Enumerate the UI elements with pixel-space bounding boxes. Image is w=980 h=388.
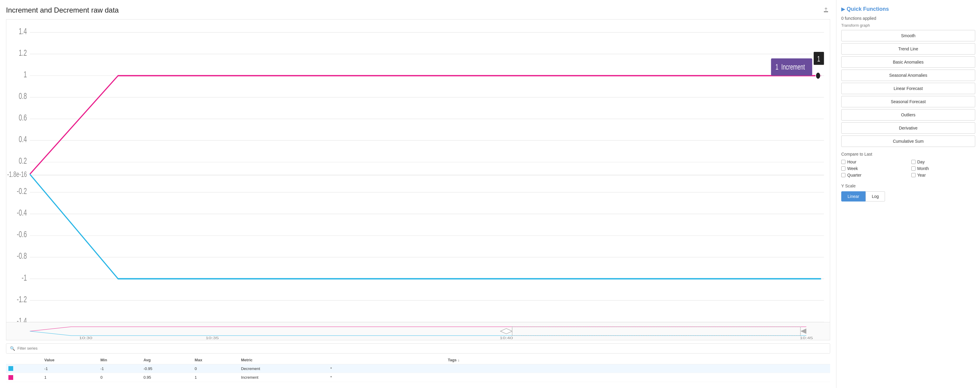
quarter-checkbox[interactable]: [841, 173, 845, 177]
cell-tags: *: [328, 364, 830, 373]
svg-text:-1.8e-16: -1.8e-16: [7, 170, 27, 179]
svg-text:-0.6: -0.6: [17, 230, 27, 239]
sidebar: ▶ Quick Functions 0 functions applied Tr…: [836, 0, 980, 388]
linear-forecast-button[interactable]: Linear Forecast: [841, 83, 975, 94]
chart-svg: 1.4 1.2 1 0.8 0.6 0.4 0.2 -1.8e-16 -0.2 …: [6, 19, 830, 322]
svg-marker-46: [800, 329, 807, 334]
y-scale-section: Y Scale Linear Log: [841, 184, 975, 201]
col-header-max: Max: [192, 356, 239, 364]
search-input[interactable]: [18, 346, 77, 351]
cell-max: 0: [192, 364, 239, 373]
table-row: -1 -1 -0.95 0 Decrement *: [6, 364, 830, 373]
svg-text:10:40: 10:40: [500, 336, 513, 340]
day-checkbox[interactable]: [912, 160, 916, 164]
svg-rect-0: [824, 11, 828, 12]
transform-graph-label: Transform graph: [841, 23, 975, 27]
quick-functions-icon: ▶: [841, 6, 845, 12]
cell-avg: 0.95: [141, 373, 192, 382]
svg-text:0.2: 0.2: [19, 156, 27, 166]
svg-text:-1.4: -1.4: [17, 316, 27, 322]
compare-week: Week: [841, 166, 905, 171]
function-buttons-list: Smooth Trend Line Basic Anomalies Season…: [841, 30, 975, 147]
minimap-svg: 10:30 10:35 10:40 10:45: [6, 323, 830, 340]
cell-avg: -0.95: [141, 364, 192, 373]
cell-min: -1: [98, 364, 141, 373]
svg-text:-0.8: -0.8: [17, 251, 27, 261]
svg-text:0.6: 0.6: [19, 113, 27, 123]
month-checkbox[interactable]: [912, 166, 916, 171]
cell-tags: *: [328, 373, 830, 382]
svg-text:10:30: 10:30: [79, 336, 92, 340]
month-label: Month: [917, 166, 929, 171]
seasonal-forecast-button[interactable]: Seasonal Forecast: [841, 96, 975, 107]
cell-value: -1: [42, 364, 98, 373]
svg-rect-45: [512, 327, 800, 336]
y-scale-buttons: Linear Log: [841, 191, 975, 201]
svg-text:1.4: 1.4: [19, 26, 27, 36]
seasonal-anomalies-button[interactable]: Seasonal Anomalies: [841, 70, 975, 81]
cell-value: 1: [42, 373, 98, 382]
cell-metric: Decrement: [239, 364, 328, 373]
cumulative-sum-button[interactable]: Cumulative Sum: [841, 136, 975, 147]
svg-text:1: 1: [775, 63, 778, 71]
derivative-button[interactable]: Derivative: [841, 122, 975, 134]
svg-rect-1: [824, 12, 828, 12]
compare-quarter: Quarter: [841, 173, 905, 177]
series-table: Value Min Avg Max Metric Tags ↓ -1 -1 -0…: [6, 356, 830, 382]
svg-text:-0.4: -0.4: [17, 208, 27, 218]
compare-month: Month: [912, 166, 975, 171]
chart-title: Increment and Decrement raw data: [6, 6, 119, 14]
table-row: 1 0 0.95 1 Increment *: [6, 373, 830, 382]
svg-text:0.8: 0.8: [19, 91, 27, 101]
compare-day: Day: [912, 160, 975, 164]
functions-applied-label: 0 functions applied: [841, 16, 975, 21]
export-icon[interactable]: [822, 6, 830, 14]
filter-bar: 🔍: [6, 343, 830, 353]
sidebar-title: ▶ Quick Functions: [841, 6, 975, 12]
svg-text:-0.2: -0.2: [17, 187, 27, 196]
linear-scale-button[interactable]: Linear: [841, 191, 865, 201]
svg-text:0.4: 0.4: [19, 135, 27, 144]
day-label: Day: [917, 160, 925, 164]
svg-text:1: 1: [24, 70, 27, 79]
svg-text:Increment: Increment: [781, 63, 805, 71]
col-header-color: [6, 356, 42, 364]
search-icon: 🔍: [10, 346, 15, 351]
minimap-container[interactable]: 10:30 10:35 10:40 10:45: [6, 322, 830, 340]
quarter-label: Quarter: [847, 173, 861, 177]
year-label: Year: [917, 173, 926, 177]
sidebar-title-text: Quick Functions: [846, 6, 889, 12]
basic-anomalies-button[interactable]: Basic Anomalies: [841, 56, 975, 68]
smooth-button[interactable]: Smooth: [841, 30, 975, 42]
y-scale-label: Y Scale: [841, 184, 975, 188]
cell-max: 1: [192, 373, 239, 382]
hour-label: Hour: [847, 160, 856, 164]
svg-text:1: 1: [817, 54, 820, 63]
compare-year: Year: [912, 173, 975, 177]
log-scale-button[interactable]: Log: [865, 191, 885, 201]
cell-metric: Increment: [239, 373, 328, 382]
compare-hour: Hour: [841, 160, 905, 164]
trend-line-button[interactable]: Trend Line: [841, 43, 975, 54]
compare-to-last-label: Compare to Last: [841, 152, 975, 156]
svg-text:1.2: 1.2: [19, 48, 27, 57]
outliers-button[interactable]: Outliers: [841, 109, 975, 121]
chart-header: Increment and Decrement raw data: [6, 6, 830, 14]
week-checkbox[interactable]: [841, 166, 845, 171]
col-header-metric: Metric: [239, 356, 328, 364]
compare-grid: Hour Day Week Month Quarter: [841, 160, 975, 177]
year-checkbox[interactable]: [912, 173, 916, 177]
col-header-value: Value: [42, 356, 98, 364]
col-header-avg: Avg: [141, 356, 192, 364]
week-label: Week: [847, 166, 858, 171]
hour-checkbox[interactable]: [841, 160, 845, 164]
svg-text:-1: -1: [22, 273, 27, 283]
series-color-swatch: [8, 375, 13, 380]
graph-svg-container[interactable]: 1.4 1.2 1 0.8 0.6 0.4 0.2 -1.8e-16 -0.2 …: [6, 19, 830, 322]
svg-text:10:45: 10:45: [800, 336, 813, 340]
chart-area: Increment and Decrement raw data: [0, 0, 836, 388]
col-header-tags[interactable]: Tags ↓: [328, 356, 830, 364]
svg-text:10:35: 10:35: [205, 336, 219, 340]
series-color-swatch: [8, 366, 13, 371]
graph-wrapper: 1.4 1.2 1 0.8 0.6 0.4 0.2 -1.8e-16 -0.2 …: [6, 19, 830, 340]
